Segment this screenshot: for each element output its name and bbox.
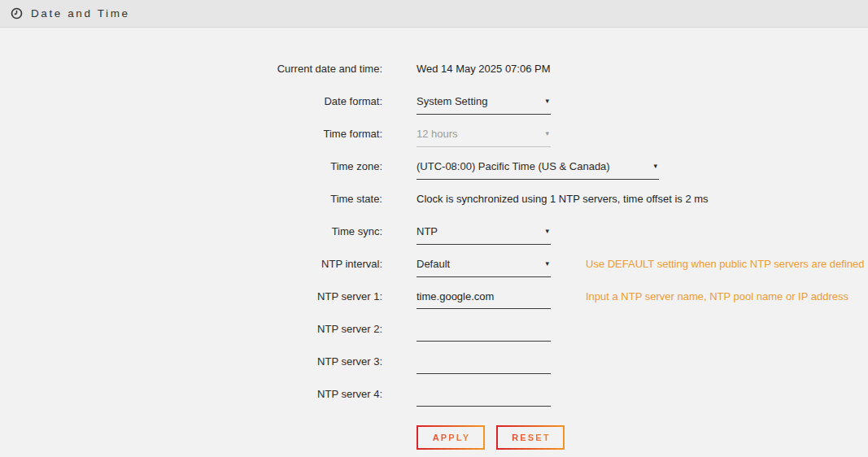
time-zone-label: Time zone: <box>0 160 382 173</box>
time-format-selected-value: 12 hours <box>417 128 458 141</box>
ntp-server-4-input[interactable] <box>417 388 551 407</box>
form-actions: APPLY RESET <box>0 425 868 450</box>
form-row-time-sync: Time sync: NTP ▾ <box>0 225 868 258</box>
section-header: Date and Time <box>0 0 868 28</box>
time-state-value: Clock is synchronized using 1 NTP server… <box>417 193 709 206</box>
ntp-server-1-label: NTP server 1: <box>0 290 382 303</box>
chevron-down-icon: ▾ <box>545 225 551 237</box>
form-row-time-zone: Time zone: (UTC-08:00) Pacific Time (US … <box>0 160 868 193</box>
chevron-down-icon: ▾ <box>545 128 551 139</box>
date-format-label: Date format: <box>0 95 382 108</box>
clock-icon <box>11 7 23 20</box>
current-datetime-label: Current date and time: <box>0 63 382 76</box>
form-row-ntp-server-1: NTP server 1: Input a NTP server name, N… <box>0 290 868 323</box>
time-sync-selected-value: NTP <box>417 225 438 238</box>
date-time-form: Current date and time: Wed 14 May 2025 0… <box>0 28 868 450</box>
time-zone-selected-value: (UTC-08:00) Pacific Time (US & Canada) <box>417 160 610 173</box>
form-row-ntp-server-2: NTP server 2: <box>0 323 868 355</box>
ntp-server-2-label: NTP server 2: <box>0 323 382 336</box>
ntp-server-1-input[interactable] <box>417 290 551 309</box>
form-row-date-format: Date format: System Setting ▾ <box>0 95 868 128</box>
form-row-time-format: Time format: 12 hours ▾ <box>0 128 868 160</box>
ntp-server-3-input[interactable] <box>417 355 551 374</box>
chevron-down-icon: ▾ <box>545 95 551 107</box>
ntp-interval-select[interactable]: Default ▾ <box>417 258 551 277</box>
ntp-server-1-hint: Input a NTP server name, NTP pool name o… <box>586 290 848 303</box>
page-title: Date and Time <box>31 7 130 20</box>
ntp-server-4-label: NTP server 4: <box>0 388 382 401</box>
chevron-down-icon: ▾ <box>545 258 551 269</box>
ntp-server-2-input[interactable] <box>417 323 551 342</box>
time-format-select: 12 hours ▾ <box>417 128 551 147</box>
chevron-down-icon: ▾ <box>653 160 659 172</box>
form-row-ntp-server-4: NTP server 4: <box>0 388 868 420</box>
ntp-server-3-label: NTP server 3: <box>0 355 382 368</box>
date-format-selected-value: System Setting <box>417 95 487 108</box>
reset-button[interactable]: RESET <box>496 425 565 450</box>
time-format-label: Time format: <box>0 128 382 141</box>
ntp-interval-selected-value: Default <box>417 258 450 271</box>
apply-button[interactable]: APPLY <box>417 425 485 450</box>
form-row-time-state: Time state: Clock is synchronized using … <box>0 193 868 225</box>
time-zone-select[interactable]: (UTC-08:00) Pacific Time (US & Canada) ▾ <box>417 160 659 180</box>
time-sync-select[interactable]: NTP ▾ <box>417 225 551 245</box>
time-state-label: Time state: <box>0 193 382 206</box>
form-row-ntp-server-3: NTP server 3: <box>0 355 868 388</box>
form-row-ntp-interval: NTP interval: Default ▾ Use DEFAULT sett… <box>0 258 868 290</box>
ntp-interval-hint: Use DEFAULT setting when public NTP serv… <box>586 258 865 271</box>
ntp-interval-label: NTP interval: <box>0 258 382 271</box>
form-row-current-datetime: Current date and time: Wed 14 May 2025 0… <box>0 63 868 95</box>
current-datetime-value: Wed 14 May 2025 07:06 PM <box>417 63 551 76</box>
date-format-select[interactable]: System Setting ▾ <box>417 95 551 115</box>
time-sync-label: Time sync: <box>0 225 382 238</box>
